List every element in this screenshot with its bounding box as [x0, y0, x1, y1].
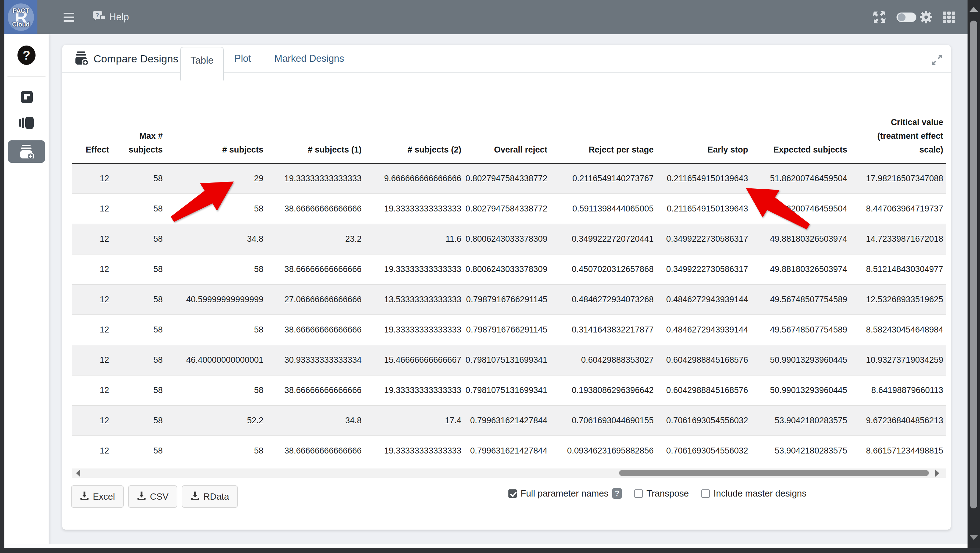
- checkbox-include-master-designs[interactable]: Include master designs: [702, 488, 807, 499]
- apps-grid-icon[interactable]: [941, 10, 957, 25]
- table-cell: 49.56748507754589: [751, 315, 850, 345]
- table-cell: 12: [72, 406, 112, 435]
- tab-table[interactable]: Table: [180, 47, 224, 80]
- table-cell: 0.2116549150139643: [657, 164, 751, 193]
- table-options: Full parameter names?TransposeInclude ma…: [508, 484, 807, 503]
- column-header[interactable]: # subjects: [166, 97, 267, 163]
- window-bottom-edge: [0, 548, 980, 553]
- table-cell: 23.2: [267, 224, 365, 254]
- checkbox-box[interactable]: [702, 489, 710, 498]
- table-row[interactable]: 125840.5999999999999927.0666666666666613…: [72, 285, 947, 315]
- scroll-down-arrow[interactable]: [969, 535, 978, 540]
- column-header[interactable]: # subjects (1): [267, 97, 365, 163]
- table-cell: 15.46666666666667: [365, 345, 465, 375]
- tab-marked-designs[interactable]: Marked Designs: [274, 45, 344, 72]
- horizontal-scrollbar-thumb[interactable]: [619, 470, 929, 476]
- table-row[interactable]: 125846.4000000000000130.9333333333333415…: [72, 345, 947, 376]
- sidebar-item-compare-designs[interactable]: [8, 140, 45, 163]
- table-cell: 10.93273719034259: [850, 345, 947, 375]
- table-cell: 49.88180326503974: [751, 255, 850, 284]
- table-cell: 46.40000000000001: [166, 345, 267, 375]
- column-header[interactable]: Max #subjects: [112, 97, 166, 163]
- table-cell: 0.2116549150139643: [657, 194, 751, 224]
- column-header[interactable]: Overall reject: [465, 97, 550, 163]
- column-header[interactable]: Expected subjects: [751, 97, 850, 163]
- table-cell: 0.2116549140273767: [550, 164, 657, 193]
- checkbox-box[interactable]: [634, 489, 643, 498]
- table-cell: 12: [72, 345, 112, 375]
- table-cell: 49.56748507754589: [751, 285, 850, 314]
- column-header[interactable]: Critical value(treatment effectscale): [850, 97, 947, 163]
- table-cell: 0.799631621427844: [465, 436, 550, 466]
- table-cell: 0.7987916766291145: [465, 285, 550, 314]
- checkbox-transpose[interactable]: Transpose: [634, 488, 689, 499]
- table-cell: 13.53333333333333: [365, 285, 465, 314]
- table-cell: 34.8: [267, 406, 365, 435]
- table-row[interactable]: 12585838.6666666666666619.33333333333333…: [72, 436, 947, 466]
- table-cell: 38.66666666666666: [267, 255, 365, 284]
- scroll-up-arrow[interactable]: [969, 7, 978, 12]
- table-cell: 53.9042180283575: [751, 436, 850, 466]
- table-cell: 30.93333333333334: [267, 345, 365, 375]
- table-cell: 8.64198879660113: [850, 376, 947, 405]
- sidebar-item-flipboard-icon[interactable]: [21, 91, 33, 104]
- help-menu[interactable]: ? Help: [92, 9, 129, 25]
- table-cell: 0.4846272943939144: [657, 285, 751, 314]
- table-cell: 58: [166, 376, 267, 405]
- button-label: Excel: [93, 492, 115, 502]
- sidebar-toggle-icon[interactable]: [64, 11, 77, 24]
- table-row[interactable]: 125852.234.817.40.7996316214278440.70616…: [72, 406, 947, 436]
- dark-mode-toggle[interactable]: [896, 13, 916, 22]
- checkbox-box[interactable]: [508, 489, 517, 498]
- column-header[interactable]: Early stop: [657, 97, 751, 163]
- table-cell: 58: [112, 345, 166, 375]
- table-cell: 8.661571234498815: [850, 436, 947, 466]
- column-header[interactable]: Effect: [72, 97, 112, 163]
- table-cell: 0.3499222730586317: [657, 255, 751, 284]
- table-row[interactable]: 125834.823.211.60.80062430333783090.3499…: [72, 224, 947, 255]
- scroll-right-arrow[interactable]: [935, 469, 939, 477]
- fullscreen-icon[interactable]: [872, 10, 887, 25]
- table-body: 12582919.333333333333339.666666666666666…: [72, 164, 947, 466]
- table-cell: 12: [72, 285, 112, 314]
- table-row[interactable]: 12585838.6666666666666619.33333333333333…: [72, 194, 947, 224]
- card-maximize-icon[interactable]: [931, 54, 943, 66]
- column-header[interactable]: Reject per stage: [550, 97, 657, 163]
- export-buttons: ExcelCSVRData: [71, 485, 238, 508]
- rdata-download-button[interactable]: RData: [182, 485, 238, 508]
- settings-gear-icon[interactable]: [918, 10, 934, 25]
- toggle-knob: [898, 13, 905, 21]
- vertical-scrollbar[interactable]: [967, 0, 980, 548]
- logo-line2: Cloud: [8, 21, 34, 28]
- window-left-edge: [0, 0, 4, 553]
- help-icon: ?: [92, 10, 106, 24]
- column-header[interactable]: # subjects (2): [365, 97, 465, 163]
- table-cell: 58: [112, 406, 166, 435]
- table-row[interactable]: 12585838.6666666666666619.33333333333333…: [72, 315, 947, 345]
- user-avatar-question-icon[interactable]: ?: [18, 46, 35, 65]
- download-icon: [137, 491, 146, 502]
- table-row[interactable]: 12582919.333333333333339.666666666666666…: [72, 164, 947, 194]
- table-cell: 49.88180326503974: [751, 224, 850, 254]
- csv-download-button[interactable]: CSV: [128, 485, 177, 508]
- horizontal-scrollbar[interactable]: [72, 469, 947, 478]
- tab-plot[interactable]: Plot: [234, 45, 251, 72]
- table-cell: 0.7061693054556032: [657, 436, 751, 466]
- table-cell: 58: [166, 436, 267, 466]
- table-cell: 58: [112, 436, 166, 466]
- sidebar-item-panel-icon[interactable]: [19, 116, 33, 131]
- checkbox-full-parameter-names[interactable]: Full parameter names?: [508, 488, 622, 499]
- table-cell: 0.3499222720720441: [550, 224, 657, 254]
- table-cell: 58: [112, 164, 166, 193]
- scroll-left-arrow[interactable]: [76, 469, 80, 477]
- vertical-scrollbar-thumb[interactable]: [970, 21, 977, 508]
- help-tooltip-badge[interactable]: ?: [612, 488, 622, 499]
- table-row[interactable]: 12585838.6666666666666619.33333333333333…: [72, 255, 947, 285]
- table-cell: 34.8: [166, 224, 267, 254]
- table-cell: 0.6042988845168576: [657, 345, 751, 375]
- app-logo[interactable]: R PACT Cloud: [4, 0, 37, 34]
- excel-download-button[interactable]: Excel: [71, 485, 124, 508]
- table-cell: 8.512148430304977: [850, 255, 947, 284]
- table-row[interactable]: 12585838.6666666666666619.33333333333333…: [72, 376, 947, 406]
- table-cell: 29: [166, 164, 267, 193]
